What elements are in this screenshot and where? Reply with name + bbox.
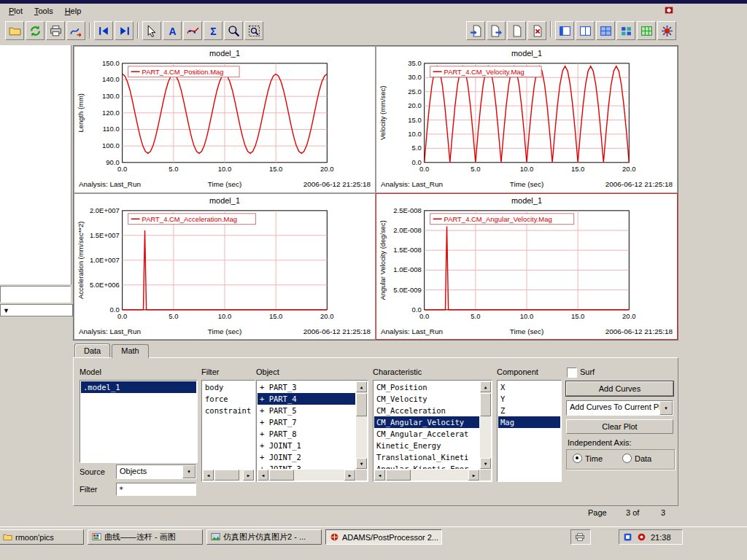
scroll-left-icon[interactable]: ◀: [258, 470, 268, 481]
vertical-scrollbar[interactable]: ▲ ▼: [356, 381, 367, 469]
scrollbar-thumb[interactable]: [214, 470, 239, 481]
list-item[interactable]: Angular_Kinetic_Ener: [374, 463, 479, 469]
tray-red-app-icon[interactable]: [637, 532, 646, 542]
scroll-down-icon[interactable]: ▼: [356, 458, 367, 469]
load-results-button[interactable]: [66, 21, 85, 40]
list-item[interactable]: + PART_5: [258, 405, 355, 416]
scroll-down-icon[interactable]: ▼: [480, 458, 491, 469]
scroll-right-icon[interactable]: ▶: [468, 470, 479, 481]
add-curves-mode-combo[interactable]: Add Curves To Current Plo ▼: [566, 400, 673, 416]
edit-curve-button[interactable]: [183, 21, 202, 40]
menu-tools[interactable]: Tools: [28, 5, 59, 17]
filter-list[interactable]: bodyforceconstraint ◀ ▶: [201, 380, 255, 482]
list-item[interactable]: + JOINT_2: [258, 451, 355, 463]
next-page-button[interactable]: [115, 21, 133, 40]
list-item[interactable]: + PART_8: [258, 428, 355, 440]
plot-acceleration[interactable]: model_10.05.0E+0061.0E+0071.5E+0072.0E+0…: [74, 193, 376, 341]
treeview-panel[interactable]: [0, 45, 71, 284]
horizontal-scrollbar[interactable]: ◀ ▶: [203, 470, 254, 481]
horizontal-scrollbar[interactable]: ◀ ▶: [258, 470, 355, 481]
taskbar-button-image[interactable]: 仿真图片仿真图片2 - ...: [206, 529, 322, 545]
zoom-area-button[interactable]: [244, 21, 263, 40]
filter-input[interactable]: *: [116, 483, 196, 496]
taskbar-button-adams[interactable]: ADAMS/PostProcessor 2...: [325, 529, 442, 545]
list-item[interactable]: force: [203, 393, 254, 405]
reload-button[interactable]: [26, 21, 44, 40]
scrollbar-thumb[interactable]: [480, 393, 491, 416]
layout-four-views-button[interactable]: [596, 21, 615, 40]
layout-grid-button[interactable]: [616, 21, 635, 40]
vertical-scrollbar[interactable]: ▲ ▼: [480, 381, 491, 469]
component-list[interactable]: XYZMag: [497, 380, 562, 482]
treeview-collapse-combo[interactable]: ▼: [0, 304, 73, 316]
delete-page-button[interactable]: [527, 21, 546, 40]
list-item[interactable]: + JOINT_1: [258, 440, 355, 451]
statistics-button[interactable]: Σ: [204, 21, 222, 40]
radio-button-icon[interactable]: [573, 454, 582, 463]
radio-button-icon[interactable]: [622, 454, 632, 463]
list-item[interactable]: Z: [498, 405, 560, 416]
scrollbar-thumb[interactable]: [386, 470, 411, 481]
horizontal-scrollbar[interactable]: ◀ ▶: [374, 470, 479, 481]
printer-icon[interactable]: [575, 533, 585, 542]
new-page-button[interactable]: [507, 21, 526, 40]
scroll-left-icon[interactable]: ◀: [203, 470, 214, 481]
characteristic-list[interactable]: CM_PositionCM_VelocityCM_AccelerationCM_…: [373, 380, 492, 482]
export-page-button[interactable]: [487, 21, 506, 40]
tab-math[interactable]: Math: [112, 344, 148, 358]
model-list[interactable]: .model_1: [80, 380, 198, 463]
list-item[interactable]: + JOINT_3: [258, 463, 355, 469]
taskbar-button-pics[interactable]: rmoon'pics: [0, 529, 84, 545]
list-item[interactable]: + PART_4: [258, 393, 355, 405]
open-button[interactable]: [5, 21, 24, 40]
list-item[interactable]: Kinetic_Energy: [374, 440, 479, 451]
radio-data[interactable]: Data: [622, 454, 651, 463]
select-tool-button[interactable]: [142, 21, 161, 40]
object-list[interactable]: + PART_3+ PART_4+ PART_5+ PART_7+ PART_8…: [256, 380, 368, 482]
surf-checkbox[interactable]: [567, 368, 577, 378]
scroll-right-icon[interactable]: ▶: [243, 470, 254, 481]
layout-six-views-button[interactable]: [637, 21, 656, 40]
list-item[interactable]: Mag: [498, 416, 560, 428]
list-item[interactable]: CM_Angular_Accelerat: [374, 428, 479, 440]
plot-velocity[interactable]: model_10.05.010.015.020.025.030.035.00.0…: [376, 46, 678, 193]
source-combo[interactable]: Objects ▼: [116, 464, 196, 479]
page-setup-button[interactable]: [657, 21, 676, 40]
scroll-right-icon[interactable]: ▶: [344, 470, 355, 481]
list-item[interactable]: X: [498, 381, 560, 393]
list-item[interactable]: body: [203, 381, 254, 393]
scroll-up-icon[interactable]: ▲: [356, 381, 367, 392]
add-curves-button[interactable]: Add Curves: [566, 381, 673, 396]
tab-data[interactable]: Data: [74, 343, 110, 357]
scroll-left-icon[interactable]: ◀: [374, 470, 385, 481]
treeview-filter-field[interactable]: [0, 286, 71, 303]
chevron-down-icon[interactable]: ▼: [659, 401, 673, 415]
list-item[interactable]: CM_Acceleration: [374, 405, 479, 416]
scroll-up-icon[interactable]: ▲: [480, 381, 491, 392]
text-tool-button[interactable]: A: [163, 21, 182, 40]
list-item[interactable]: .model_1: [81, 381, 196, 393]
list-item[interactable]: CM_Position: [374, 381, 479, 393]
previous-page-button[interactable]: [94, 21, 113, 40]
list-item[interactable]: Y: [498, 393, 560, 405]
print-button[interactable]: [46, 21, 65, 40]
list-item[interactable]: Translational_Kineti: [374, 451, 479, 463]
chevron-down-icon[interactable]: ▼: [182, 465, 196, 478]
list-item[interactable]: CM_Angular_Velocity: [374, 416, 479, 428]
scrollbar-thumb[interactable]: [269, 470, 294, 481]
import-page-button[interactable]: [466, 21, 485, 40]
tray-blue-app-icon[interactable]: [623, 532, 632, 542]
menu-plot[interactable]: Plot: [3, 5, 28, 17]
plot-angular-velocity[interactable]: model_10.05.0E-0091.0E-0081.5E-0082.0E-0…: [376, 193, 678, 341]
list-item[interactable]: + PART_7: [258, 416, 355, 428]
list-item[interactable]: + PART_3: [258, 381, 355, 393]
scrollbar-thumb[interactable]: [356, 393, 367, 416]
layout-single-view-button[interactable]: [555, 21, 574, 40]
list-item[interactable]: CM_Velocity: [374, 393, 479, 405]
list-item[interactable]: constraint: [203, 405, 254, 416]
menu-help[interactable]: Help: [59, 5, 88, 17]
taskbar-button-paint[interactable]: 曲线——连杆 - 画图: [88, 529, 203, 545]
plot-position[interactable]: model_190.0100.0110.0120.0130.0140.0150.…: [74, 46, 376, 193]
layout-two-views-button[interactable]: [576, 21, 595, 40]
zoom-button[interactable]: [224, 21, 243, 40]
